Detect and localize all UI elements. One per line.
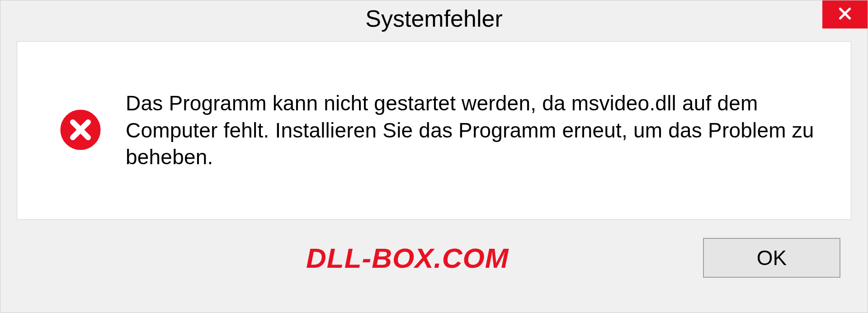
dialog-title: Systemfehler bbox=[365, 5, 502, 32]
content-panel: Das Programm kann nicht gestartet werden… bbox=[17, 41, 851, 220]
footer: DLL-BOX.COM OK bbox=[0, 220, 868, 278]
close-icon bbox=[837, 5, 853, 24]
titlebar: Systemfehler bbox=[0, 0, 868, 37]
close-button[interactable] bbox=[822, 0, 868, 28]
error-icon bbox=[58, 107, 103, 154]
error-message: Das Programm kann nicht gestartet werden… bbox=[126, 90, 824, 171]
watermark-text: DLL-BOX.COM bbox=[17, 242, 509, 274]
ok-button[interactable]: OK bbox=[703, 238, 840, 278]
ok-button-label: OK bbox=[757, 246, 787, 270]
error-dialog: Systemfehler Das Programm kann nicht ges… bbox=[0, 0, 868, 313]
